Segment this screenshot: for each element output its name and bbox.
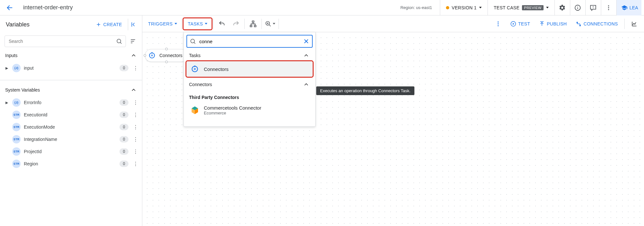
settings-button[interactable]: [554, 0, 570, 15]
inputs-section-header[interactable]: Inputs: [0, 49, 142, 62]
publish-label: PUBLISH: [547, 21, 567, 26]
node-port[interactable]: [165, 48, 168, 50]
tasks-group-header[interactable]: Tasks: [186, 48, 313, 61]
back-button[interactable]: [4, 2, 15, 14]
variable-name: ExecutionId: [24, 112, 116, 117]
clear-icon[interactable]: [303, 38, 309, 44]
testcase-selector[interactable]: TEST CASE PREVIEW: [488, 0, 554, 15]
region-label: Region: us-east1: [400, 5, 432, 10]
info-button[interactable]: [570, 0, 585, 15]
variable-name: IntegrationName: [24, 137, 116, 142]
type-chip: STR: [12, 111, 21, 119]
sysvar-row[interactable]: STR Region 0 ⋮: [0, 158, 142, 170]
caret-down-icon: [205, 23, 207, 25]
usage-count: 0: [119, 65, 128, 71]
collapse-left-icon: [131, 21, 137, 28]
sysvar-row[interactable]: ▶ {J} ErrorInfo 0 ⋮: [0, 96, 142, 109]
publish-icon: [539, 21, 545, 27]
variable-search[interactable]: [5, 35, 126, 47]
variables-panel: Variables CREATE Inputs ▶: [0, 15, 142, 226]
version-selector[interactable]: VERSION 1: [440, 0, 488, 15]
connectors-group-label: Connectors: [189, 82, 212, 87]
collapse-pane-button[interactable]: [128, 19, 139, 30]
tasks-menu[interactable]: TASKS: [183, 18, 212, 30]
connections-icon: [576, 21, 582, 27]
caret-down-icon: [273, 23, 275, 25]
feedback-button[interactable]: [585, 0, 601, 15]
row-overflow-button[interactable]: ⋮: [132, 136, 139, 142]
zoom-menu[interactable]: [263, 18, 277, 30]
sysvars-section-header[interactable]: System Variables: [0, 84, 142, 96]
type-chip: {J}: [12, 98, 21, 107]
svg-marker-26: [513, 23, 515, 25]
sysvar-row[interactable]: STR ExecutionMode 0 ⋮: [0, 121, 142, 133]
metrics-button[interactable]: [627, 18, 641, 30]
third-party-subheading: Third Party Connectors: [186, 90, 313, 102]
task-search[interactable]: [186, 35, 313, 48]
chevron-up-icon: [130, 87, 137, 93]
app-bar: internet-order-entry Region: us-east1 VE…: [0, 0, 644, 15]
row-overflow-button[interactable]: ⋮: [132, 65, 139, 71]
auto-layout-button[interactable]: [246, 18, 260, 30]
sysvar-row[interactable]: STR ProjectId 0 ⋮: [0, 145, 142, 158]
row-overflow-button[interactable]: ⋮: [132, 100, 139, 106]
svg-point-8: [608, 9, 609, 10]
expand-icon[interactable]: ▶: [5, 101, 9, 105]
search-icon: [116, 38, 122, 44]
svg-point-34: [191, 39, 194, 43]
info-icon: [574, 4, 581, 11]
svg-point-5: [593, 8, 593, 8]
task-item-connectors[interactable]: Connectors: [186, 61, 313, 77]
learn-button[interactable]: LEA: [616, 0, 641, 15]
canvas-toolbar: TRIGGERS TASKS: [142, 15, 644, 32]
type-chip: STR: [12, 147, 21, 156]
redo-button[interactable]: [229, 18, 243, 30]
svg-point-24: [498, 25, 499, 26]
test-button[interactable]: TEST: [507, 19, 534, 29]
sysvar-row[interactable]: STR ExecutionId 0 ⋮: [0, 109, 142, 121]
type-chip: STR: [12, 160, 21, 168]
connectors-group-header[interactable]: Connectors: [186, 77, 313, 90]
row-overflow-button[interactable]: ⋮: [132, 124, 139, 130]
create-label: CREATE: [103, 22, 122, 27]
more-vert-icon: [605, 5, 612, 11]
row-overflow-button[interactable]: ⋮: [132, 149, 139, 155]
redo-icon: [232, 20, 240, 27]
task-search-input[interactable]: [199, 38, 300, 44]
sort-button[interactable]: [128, 37, 137, 46]
node-port[interactable]: [165, 61, 168, 63]
publish-button[interactable]: PUBLISH: [535, 19, 571, 29]
canvas-overflow-button[interactable]: [491, 18, 505, 30]
play-icon: [510, 21, 516, 27]
caret-down-icon: [175, 23, 177, 25]
connectors-node[interactable]: Connectors: [145, 49, 188, 62]
svg-point-40: [194, 65, 195, 67]
input-variable-row[interactable]: ▶ {J} input 0 ⋮: [0, 62, 142, 74]
overflow-button[interactable]: [601, 0, 616, 15]
usage-count: 0: [119, 148, 128, 155]
row-overflow-button[interactable]: ⋮: [132, 112, 139, 118]
tasks-label: TASKS: [188, 21, 203, 26]
svg-line-35: [194, 42, 195, 44]
connections-label: CONNECTIONS: [583, 21, 618, 26]
variable-name: ProjectId: [24, 149, 116, 154]
tasks-dropdown: Tasks Connectors Connectors Third Party …: [184, 32, 316, 127]
row-overflow-button[interactable]: ⋮: [132, 161, 139, 167]
connections-button[interactable]: CONNECTIONS: [572, 19, 622, 29]
expand-icon[interactable]: ▶: [5, 66, 9, 70]
triggers-label: TRIGGERS: [148, 21, 173, 26]
task-item-commercetools[interactable]: Commercetools Connector Ecommerce: [186, 102, 313, 119]
create-variable-button[interactable]: CREATE: [92, 20, 125, 29]
triggers-menu[interactable]: TRIGGERS: [145, 19, 180, 28]
usage-count: 0: [119, 124, 128, 130]
sysvars-heading: System Variables: [5, 87, 40, 93]
sysvar-row[interactable]: STR IntegrationName 0 ⋮: [0, 133, 142, 145]
usage-count: 0: [119, 136, 128, 142]
variable-search-input[interactable]: [8, 38, 116, 44]
test-label: TEST: [518, 21, 530, 26]
canvas-area[interactable]: TRIGGERS TASKS: [142, 15, 644, 226]
undo-button[interactable]: [215, 18, 229, 30]
node-port[interactable]: [144, 54, 146, 57]
svg-point-39: [194, 68, 196, 70]
caret-down-icon: [546, 7, 549, 8]
